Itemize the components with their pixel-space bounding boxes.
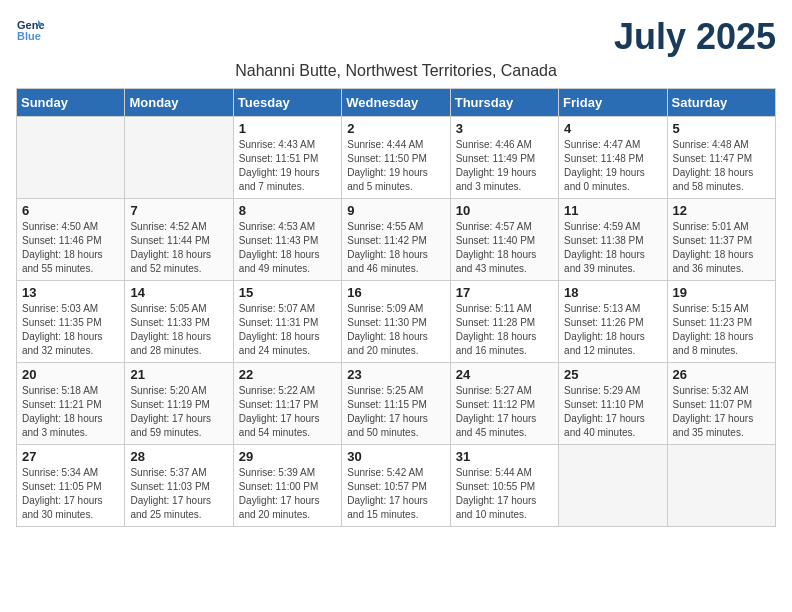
- calendar-week-row: 20Sunrise: 5:18 AMSunset: 11:21 PMDaylig…: [17, 363, 776, 445]
- day-number: 8: [239, 203, 336, 218]
- svg-text:Blue: Blue: [17, 30, 41, 42]
- calendar-cell: 4Sunrise: 4:47 AMSunset: 11:48 PMDayligh…: [559, 117, 667, 199]
- day-number: 31: [456, 449, 553, 464]
- calendar-cell: [667, 445, 775, 527]
- day-info: Sunrise: 5:44 AMSunset: 10:55 PMDaylight…: [456, 466, 553, 522]
- day-number: 13: [22, 285, 119, 300]
- day-info: Sunrise: 4:53 AMSunset: 11:43 PMDaylight…: [239, 220, 336, 276]
- weekday-header-friday: Friday: [559, 89, 667, 117]
- day-number: 29: [239, 449, 336, 464]
- weekday-header-monday: Monday: [125, 89, 233, 117]
- weekday-header-thursday: Thursday: [450, 89, 558, 117]
- day-number: 7: [130, 203, 227, 218]
- day-number: 17: [456, 285, 553, 300]
- calendar-cell: 22Sunrise: 5:22 AMSunset: 11:17 PMDaylig…: [233, 363, 341, 445]
- day-info: Sunrise: 5:13 AMSunset: 11:26 PMDaylight…: [564, 302, 661, 358]
- calendar-cell: 26Sunrise: 5:32 AMSunset: 11:07 PMDaylig…: [667, 363, 775, 445]
- calendar-cell: [17, 117, 125, 199]
- day-number: 10: [456, 203, 553, 218]
- calendar-cell: 9Sunrise: 4:55 AMSunset: 11:42 PMDayligh…: [342, 199, 450, 281]
- page-header: General Blue July 2025: [16, 16, 776, 58]
- calendar-cell: 6Sunrise: 4:50 AMSunset: 11:46 PMDayligh…: [17, 199, 125, 281]
- calendar-week-row: 6Sunrise: 4:50 AMSunset: 11:46 PMDayligh…: [17, 199, 776, 281]
- day-info: Sunrise: 4:52 AMSunset: 11:44 PMDaylight…: [130, 220, 227, 276]
- calendar-cell: 18Sunrise: 5:13 AMSunset: 11:26 PMDaylig…: [559, 281, 667, 363]
- day-number: 5: [673, 121, 770, 136]
- day-number: 18: [564, 285, 661, 300]
- day-info: Sunrise: 4:43 AMSunset: 11:51 PMDaylight…: [239, 138, 336, 194]
- day-info: Sunrise: 4:44 AMSunset: 11:50 PMDaylight…: [347, 138, 444, 194]
- day-number: 25: [564, 367, 661, 382]
- day-number: 6: [22, 203, 119, 218]
- day-number: 24: [456, 367, 553, 382]
- weekday-header-wednesday: Wednesday: [342, 89, 450, 117]
- day-info: Sunrise: 5:34 AMSunset: 11:05 PMDaylight…: [22, 466, 119, 522]
- calendar-cell: [559, 445, 667, 527]
- calendar-week-row: 13Sunrise: 5:03 AMSunset: 11:35 PMDaylig…: [17, 281, 776, 363]
- calendar-cell: 15Sunrise: 5:07 AMSunset: 11:31 PMDaylig…: [233, 281, 341, 363]
- day-info: Sunrise: 5:07 AMSunset: 11:31 PMDaylight…: [239, 302, 336, 358]
- day-info: Sunrise: 5:39 AMSunset: 11:00 PMDaylight…: [239, 466, 336, 522]
- weekday-header-sunday: Sunday: [17, 89, 125, 117]
- weekday-header-row: SundayMondayTuesdayWednesdayThursdayFrid…: [17, 89, 776, 117]
- day-number: 14: [130, 285, 227, 300]
- day-info: Sunrise: 5:37 AMSunset: 11:03 PMDaylight…: [130, 466, 227, 522]
- day-info: Sunrise: 4:50 AMSunset: 11:46 PMDaylight…: [22, 220, 119, 276]
- day-info: Sunrise: 5:18 AMSunset: 11:21 PMDaylight…: [22, 384, 119, 440]
- day-number: 11: [564, 203, 661, 218]
- calendar-cell: 1Sunrise: 4:43 AMSunset: 11:51 PMDayligh…: [233, 117, 341, 199]
- day-info: Sunrise: 5:22 AMSunset: 11:17 PMDaylight…: [239, 384, 336, 440]
- logo: General Blue: [16, 16, 48, 44]
- day-number: 3: [456, 121, 553, 136]
- calendar-cell: 28Sunrise: 5:37 AMSunset: 11:03 PMDaylig…: [125, 445, 233, 527]
- calendar-cell: 13Sunrise: 5:03 AMSunset: 11:35 PMDaylig…: [17, 281, 125, 363]
- month-title: July 2025: [614, 16, 776, 58]
- day-number: 2: [347, 121, 444, 136]
- day-number: 20: [22, 367, 119, 382]
- day-number: 27: [22, 449, 119, 464]
- day-info: Sunrise: 5:32 AMSunset: 11:07 PMDaylight…: [673, 384, 770, 440]
- calendar-cell: 8Sunrise: 4:53 AMSunset: 11:43 PMDayligh…: [233, 199, 341, 281]
- calendar-week-row: 27Sunrise: 5:34 AMSunset: 11:05 PMDaylig…: [17, 445, 776, 527]
- calendar-cell: 14Sunrise: 5:05 AMSunset: 11:33 PMDaylig…: [125, 281, 233, 363]
- day-info: Sunrise: 5:01 AMSunset: 11:37 PMDaylight…: [673, 220, 770, 276]
- logo-icon: General Blue: [16, 16, 44, 44]
- day-number: 26: [673, 367, 770, 382]
- calendar-cell: 17Sunrise: 5:11 AMSunset: 11:28 PMDaylig…: [450, 281, 558, 363]
- calendar-cell: 19Sunrise: 5:15 AMSunset: 11:23 PMDaylig…: [667, 281, 775, 363]
- calendar-cell: 16Sunrise: 5:09 AMSunset: 11:30 PMDaylig…: [342, 281, 450, 363]
- day-info: Sunrise: 5:25 AMSunset: 11:15 PMDaylight…: [347, 384, 444, 440]
- day-info: Sunrise: 5:03 AMSunset: 11:35 PMDaylight…: [22, 302, 119, 358]
- calendar-cell: 21Sunrise: 5:20 AMSunset: 11:19 PMDaylig…: [125, 363, 233, 445]
- day-info: Sunrise: 4:59 AMSunset: 11:38 PMDaylight…: [564, 220, 661, 276]
- day-number: 16: [347, 285, 444, 300]
- day-number: 22: [239, 367, 336, 382]
- day-number: 23: [347, 367, 444, 382]
- calendar-cell: 5Sunrise: 4:48 AMSunset: 11:47 PMDayligh…: [667, 117, 775, 199]
- calendar-cell: 12Sunrise: 5:01 AMSunset: 11:37 PMDaylig…: [667, 199, 775, 281]
- day-number: 19: [673, 285, 770, 300]
- calendar-cell: 7Sunrise: 4:52 AMSunset: 11:44 PMDayligh…: [125, 199, 233, 281]
- day-number: 28: [130, 449, 227, 464]
- calendar-table: SundayMondayTuesdayWednesdayThursdayFrid…: [16, 88, 776, 527]
- weekday-header-tuesday: Tuesday: [233, 89, 341, 117]
- day-info: Sunrise: 4:48 AMSunset: 11:47 PMDaylight…: [673, 138, 770, 194]
- calendar-cell: 30Sunrise: 5:42 AMSunset: 10:57 PMDaylig…: [342, 445, 450, 527]
- day-number: 15: [239, 285, 336, 300]
- day-info: Sunrise: 4:55 AMSunset: 11:42 PMDaylight…: [347, 220, 444, 276]
- location-title: Nahanni Butte, Northwest Territories, Ca…: [16, 62, 776, 80]
- day-number: 12: [673, 203, 770, 218]
- day-info: Sunrise: 5:09 AMSunset: 11:30 PMDaylight…: [347, 302, 444, 358]
- day-number: 9: [347, 203, 444, 218]
- day-info: Sunrise: 4:47 AMSunset: 11:48 PMDaylight…: [564, 138, 661, 194]
- calendar-cell: 3Sunrise: 4:46 AMSunset: 11:49 PMDayligh…: [450, 117, 558, 199]
- day-info: Sunrise: 5:20 AMSunset: 11:19 PMDaylight…: [130, 384, 227, 440]
- calendar-cell: [125, 117, 233, 199]
- day-number: 21: [130, 367, 227, 382]
- calendar-cell: 24Sunrise: 5:27 AMSunset: 11:12 PMDaylig…: [450, 363, 558, 445]
- day-info: Sunrise: 5:27 AMSunset: 11:12 PMDaylight…: [456, 384, 553, 440]
- calendar-cell: 20Sunrise: 5:18 AMSunset: 11:21 PMDaylig…: [17, 363, 125, 445]
- day-info: Sunrise: 5:11 AMSunset: 11:28 PMDaylight…: [456, 302, 553, 358]
- calendar-cell: 10Sunrise: 4:57 AMSunset: 11:40 PMDaylig…: [450, 199, 558, 281]
- day-info: Sunrise: 4:46 AMSunset: 11:49 PMDaylight…: [456, 138, 553, 194]
